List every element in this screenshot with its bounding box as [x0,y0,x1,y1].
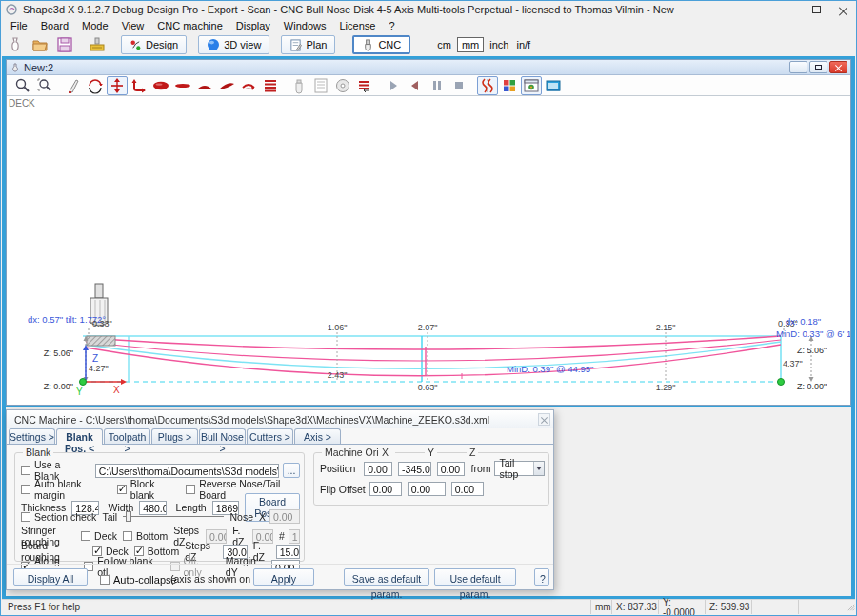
menu-windows[interactable]: Windows [277,19,333,32]
tail-label: Tail [102,511,117,523]
zoom-window-icon[interactable] [34,76,55,95]
browse-blank-button[interactable]: ... [283,463,300,478]
annot-nose-height: 4.27" [89,364,109,373]
unit-cm[interactable]: cm [435,38,453,51]
menu-file[interactable]: File [4,19,34,32]
open-file-icon[interactable] [30,35,50,54]
dialog-close-icon [541,416,548,423]
tab-settings[interactable]: Settings > [9,428,55,444]
full-screen-icon[interactable] [543,76,564,95]
dropdown-arrow-icon[interactable] [533,462,544,475]
flip-x-field[interactable]: 0.00 [369,482,402,496]
outline-view-icon[interactable] [107,76,128,95]
nose-section-icon[interactable] [194,76,215,95]
tab-plugs[interactable]: Plugs > [151,428,198,444]
unit-inch[interactable]: inch [488,38,510,51]
menu-display[interactable]: Display [229,19,277,32]
design-icon [130,39,142,51]
tab-axis[interactable]: Axis > [294,428,341,444]
render-view-icon[interactable] [521,76,542,95]
document-title-bar[interactable]: New:2 [7,60,850,75]
menu-help[interactable]: ? [382,19,401,32]
plan-view-button[interactable]: Plan [281,35,335,54]
unit-selector: cm mm inch in/f [435,37,532,52]
doc-close-icon [835,64,842,70]
menu-license[interactable]: License [332,19,382,32]
section-slider[interactable] [123,511,224,522]
status-empty-2 [798,600,844,614]
unit-inf[interactable]: in/f [514,38,532,51]
design-button-label: Design [146,39,178,50]
rail-section-icon[interactable] [216,76,237,95]
dialog-title-bar[interactable]: CNC Machine - C:\Users\thoma\Documents\S… [7,410,553,428]
cnc-mode-button[interactable]: CNC [352,35,410,54]
toolpath-layers-icon[interactable] [354,76,375,95]
rocker-view-icon[interactable] [129,76,149,95]
section-x-field: 0.00 [269,509,300,524]
minimize-button[interactable] [776,2,803,18]
doc-restore-button[interactable] [809,61,827,73]
position-label: Position [320,463,355,474]
cutting-list-icon [310,76,331,95]
tab-bull-nose[interactable]: Bull Nose > [199,428,246,444]
tab-blank-pos[interactable]: Blank Pos. < [56,428,103,445]
auto-collapse-checkbox[interactable]: Auto-collapse [100,571,177,588]
use-default-button[interactable]: Use default param. [434,568,516,586]
doc-minimize-button[interactable] [789,61,807,73]
3d-view-button[interactable]: 3D view [198,35,269,54]
position-y-field[interactable]: -345.00 [398,462,431,476]
thickness-view-icon[interactable] [172,76,193,95]
position-x-field[interactable]: 0.00 [364,462,392,476]
flip-y-field[interactable]: 0.00 [408,482,446,496]
section-check-checkbox[interactable]: Section check [21,511,96,523]
outline-plan-icon[interactable] [150,76,171,95]
cnc-icon [362,39,374,51]
flip-board-icon[interactable] [238,76,259,95]
document-title: New:2 [24,62,53,73]
export-machine-icon[interactable] [87,35,108,54]
resize-grip-icon[interactable] [844,600,855,614]
position-z-field[interactable]: 0.00 [437,462,466,476]
machine-origin-group: Machine Origin X Y Z Position 0.00 -345.… [313,452,549,506]
menu-cnc-machine[interactable]: CNC machine [150,19,229,32]
simulate-forward-icon [383,76,404,95]
save-file-icon[interactable] [54,35,75,54]
status-y: Y: -0.0000 [658,600,705,614]
apply-button[interactable]: Apply [253,568,314,586]
display-all-button[interactable]: Display All [13,568,88,586]
unit-mm[interactable]: mm [457,37,484,52]
flip-z-field[interactable]: 0.00 [451,482,484,496]
pause-icon [427,76,448,95]
cut-layers-icon[interactable] [260,76,281,95]
rotate-view-icon[interactable] [85,76,106,95]
plan-icon [289,39,302,51]
nose-label: Nose [229,511,253,523]
minimize-icon [786,10,794,10]
menu-mode[interactable]: Mode [75,19,115,32]
measure-tool-icon[interactable] [63,76,84,95]
maximize-button[interactable] [803,2,829,18]
curvature-view-icon[interactable] [477,76,498,95]
stop-icon [448,76,469,95]
zoom-in-icon[interactable] [12,76,33,95]
section-slider-handle[interactable] [126,511,131,522]
blank-path-field[interactable]: C:\Users\thoma\Documents\S3d models\USbl… [95,464,280,478]
tab-cutters[interactable]: Cutters > [247,428,293,444]
annot-mind-tail: MinD: 0.33" @ 6' 1.41" [776,328,850,339]
multi-window-icon[interactable] [499,76,520,95]
annot-m2-top: 2.07" [418,323,438,332]
save-default-button[interactable]: Save as default param. [344,568,429,586]
drawing-canvas[interactable]: DECK [7,96,850,405]
menu-view[interactable]: View [115,19,151,32]
dialog-close-button[interactable] [538,413,550,426]
tab-toolpath[interactable]: Toolpath > [104,428,150,444]
from-dropdown[interactable]: Tail stop [494,461,545,476]
menu-board[interactable]: Board [34,19,75,32]
close-button[interactable] [829,2,856,18]
design-mode-button[interactable]: Design [121,35,187,54]
dialog-help-button[interactable]: ? [534,568,549,586]
annot-x-axis-label: X [113,385,120,395]
new-file-icon[interactable] [5,35,26,54]
doc-close-button[interactable] [829,61,847,73]
flip-offset-label: Flip Offset [320,484,366,495]
